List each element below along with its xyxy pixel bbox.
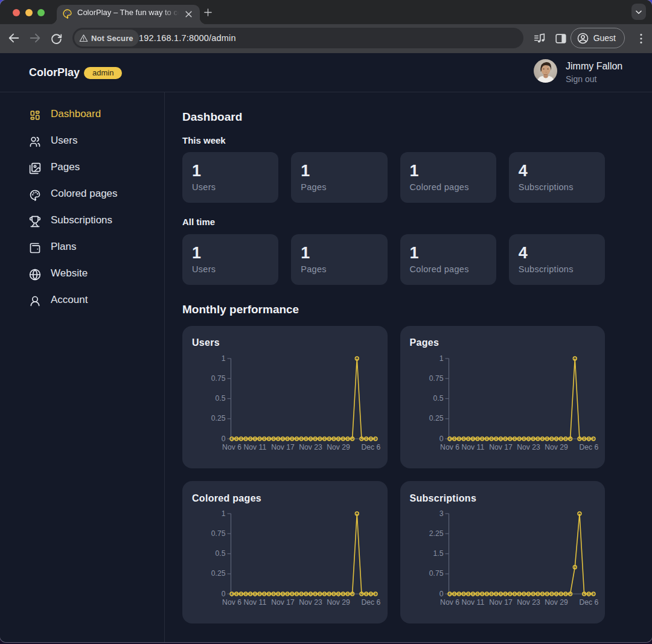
svg-text:Dec 6: Dec 6 <box>579 598 598 607</box>
svg-text:Nov 17: Nov 17 <box>489 598 513 607</box>
svg-text:Nov 11: Nov 11 <box>461 598 484 607</box>
svg-text:1: 1 <box>439 354 443 362</box>
svg-text:0: 0 <box>439 434 443 442</box>
svg-text:1: 1 <box>222 354 226 362</box>
svg-text:0.5: 0.5 <box>216 394 226 403</box>
svg-text:1: 1 <box>222 509 226 518</box>
svg-text:Nov 17: Nov 17 <box>271 442 295 451</box>
svg-text:0.75: 0.75 <box>211 374 226 382</box>
svg-text:2.25: 2.25 <box>429 529 443 538</box>
svg-text:Nov 11: Nov 11 <box>244 442 267 451</box>
svg-text:Nov 29: Nov 29 <box>545 442 568 451</box>
svg-text:0: 0 <box>439 590 443 598</box>
svg-text:Nov 17: Nov 17 <box>489 442 513 451</box>
svg-text:Nov 23: Nov 23 <box>299 598 322 607</box>
svg-text:Nov 6: Nov 6 <box>222 598 241 607</box>
svg-text:1.5: 1.5 <box>433 549 443 558</box>
svg-text:Nov 6: Nov 6 <box>440 442 459 451</box>
svg-text:Nov 11: Nov 11 <box>461 442 484 451</box>
svg-text:Dec 6: Dec 6 <box>579 442 598 451</box>
svg-text:0.5: 0.5 <box>433 394 443 403</box>
svg-text:Nov 6: Nov 6 <box>440 598 459 607</box>
svg-text:3: 3 <box>439 509 443 518</box>
svg-text:Dec 6: Dec 6 <box>361 442 380 451</box>
svg-text:Nov 23: Nov 23 <box>299 442 322 451</box>
svg-text:Nov 23: Nov 23 <box>517 442 540 451</box>
svg-text:Nov 29: Nov 29 <box>545 598 568 607</box>
svg-text:Nov 17: Nov 17 <box>271 598 295 607</box>
svg-text:0.25: 0.25 <box>429 414 443 422</box>
svg-text:0.75: 0.75 <box>211 529 226 538</box>
svg-text:0: 0 <box>222 590 226 598</box>
svg-text:Nov 23: Nov 23 <box>517 598 540 607</box>
svg-text:0.5: 0.5 <box>216 549 226 558</box>
svg-text:Nov 11: Nov 11 <box>244 598 267 607</box>
svg-text:0.25: 0.25 <box>211 569 226 578</box>
svg-text:0.75: 0.75 <box>429 569 443 578</box>
svg-text:0: 0 <box>222 434 226 442</box>
svg-text:Dec 6: Dec 6 <box>361 598 380 607</box>
svg-text:0.75: 0.75 <box>429 374 443 382</box>
svg-text:Nov 6: Nov 6 <box>222 442 241 451</box>
svg-text:0.25: 0.25 <box>211 414 226 422</box>
svg-text:Nov 29: Nov 29 <box>327 598 350 607</box>
svg-text:Nov 29: Nov 29 <box>327 442 350 451</box>
